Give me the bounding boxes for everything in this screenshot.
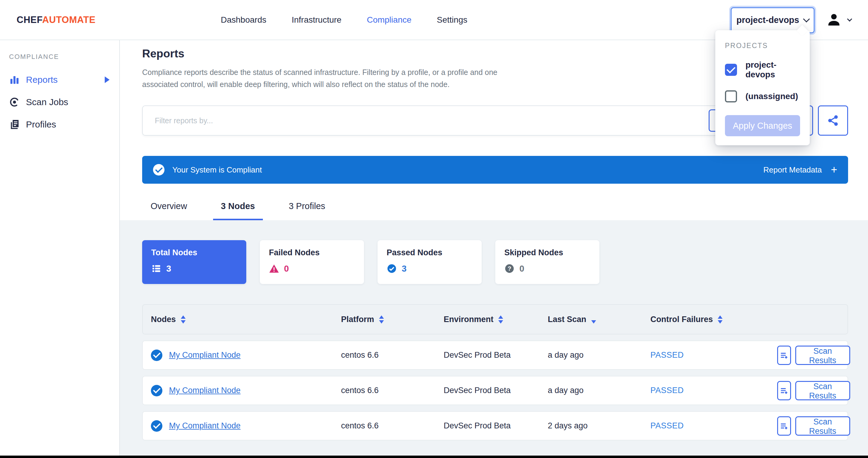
table-row: My Compliant Node centos 6.6 DevSec Prod…: [142, 411, 848, 440]
node-name-link[interactable]: My Compliant Node: [169, 350, 241, 360]
sidebar-item-label: Reports: [26, 75, 58, 85]
nodes-table-header: Nodes Platform Environment Last Scan: [142, 304, 848, 335]
stat-card-failed-nodes[interactable]: Failed Nodes 0: [260, 240, 364, 284]
stat-label: Failed Nodes: [269, 248, 355, 257]
bar-chart-icon: [9, 74, 20, 85]
stat-label: Skipped Nodes: [504, 248, 590, 257]
scan-results-button[interactable]: Scan Results: [795, 346, 850, 365]
tab-overview[interactable]: Overview: [143, 201, 195, 220]
primary-nav: Dashboards Infrastructure Compliance Set…: [221, 15, 467, 25]
share-icon: [827, 115, 839, 126]
add-to-filter-button[interactable]: [777, 416, 791, 436]
last-scan-cell: 2 days ago: [548, 421, 650, 430]
tab-profiles[interactable]: 3 Profiles: [281, 201, 333, 220]
passed-check-icon: [151, 420, 162, 432]
control-failures-status: PASSED: [650, 386, 777, 395]
node-name-cell: My Compliant Node: [151, 385, 341, 396]
passed-check-icon: [151, 385, 162, 396]
profiles-documents-icon: [9, 119, 20, 130]
page-description: Compliance reports describe the status o…: [142, 66, 517, 90]
project-option-label: project-devops: [745, 60, 800, 80]
sort-arrows-icon[interactable]: [498, 315, 503, 323]
row-actions: Scan Results: [777, 416, 850, 436]
column-header-nodes[interactable]: Nodes: [151, 315, 341, 324]
stat-card-skipped-nodes[interactable]: Skipped Nodes ? 0: [495, 240, 599, 284]
node-name-cell: My Compliant Node: [151, 349, 341, 361]
chef-automate-logo[interactable]: CHEFAUTOMATE: [17, 15, 95, 25]
compliance-status-banner: Your System is Compliant Report Metadata…: [142, 156, 848, 184]
project-option-unassigned[interactable]: (unassigned): [725, 90, 800, 103]
platform-cell: centos 6.6: [341, 350, 444, 360]
sidebar-item-scan-jobs[interactable]: Scan Jobs: [0, 91, 119, 113]
nav-item-settings[interactable]: Settings: [437, 15, 467, 25]
apply-changes-button[interactable]: Apply Changes: [725, 115, 800, 136]
report-tabs: Overview 3 Nodes 3 Profiles: [142, 201, 848, 220]
add-to-filter-button[interactable]: [777, 381, 791, 400]
node-stat-cards: Total Nodes 3 Failed Nodes 0 Passed Node…: [142, 240, 848, 284]
sidebar-item-reports[interactable]: Reports: [0, 68, 119, 91]
passed-check-icon: [151, 349, 162, 361]
column-header-environment[interactable]: Environment: [444, 315, 548, 324]
column-header-platform[interactable]: Platform: [341, 315, 444, 324]
project-option-project-devops[interactable]: project-devops: [725, 60, 800, 80]
row-actions: Scan Results: [777, 346, 850, 365]
nav-item-infrastructure[interactable]: Infrastructure: [291, 15, 341, 25]
stat-label: Passed Nodes: [386, 248, 473, 257]
share-report-button[interactable]: [818, 106, 848, 136]
user-avatar-icon: [826, 12, 842, 29]
node-list-icon: [151, 263, 161, 274]
sort-arrows-icon[interactable]: [379, 315, 384, 323]
sidebar-item-profiles[interactable]: Profiles: [0, 113, 119, 136]
environment-cell: DevSec Prod Beta: [444, 421, 548, 430]
list-add-icon: [779, 386, 789, 396]
column-header-control-failures[interactable]: Control Failures: [650, 315, 777, 324]
add-to-filter-button[interactable]: [777, 346, 791, 365]
checkbox-unchecked-icon[interactable]: [725, 90, 737, 103]
last-scan-cell: a day ago: [548, 386, 650, 395]
plus-icon: +: [831, 164, 837, 175]
control-failures-status: PASSED: [650, 350, 777, 360]
logo-chef-text: CHEF: [17, 15, 42, 25]
node-name-link[interactable]: My Compliant Node: [169, 386, 241, 395]
chevron-down-icon: [803, 16, 810, 22]
node-name-cell: My Compliant Node: [151, 420, 341, 432]
scan-results-button[interactable]: Scan Results: [795, 381, 850, 400]
chevron-right-icon: [105, 77, 110, 83]
project-filter-panel: PROJECTS project-devops (unassigned) App…: [715, 30, 810, 145]
column-label: Last Scan: [548, 315, 586, 324]
control-failures-status: PASSED: [650, 421, 777, 430]
sort-arrows-icon[interactable]: [181, 315, 186, 323]
checkbox-checked-icon[interactable]: [725, 64, 737, 76]
sort-desc-icon[interactable]: [591, 315, 596, 323]
question-circle-icon: ?: [504, 263, 515, 274]
table-row: My Compliant Node centos 6.6 DevSec Prod…: [142, 376, 848, 405]
filter-reports-input[interactable]: [142, 106, 778, 136]
nav-item-compliance[interactable]: Compliance: [367, 15, 411, 25]
tab-nodes[interactable]: 3 Nodes: [213, 201, 263, 220]
column-label: Nodes: [151, 315, 176, 324]
bottom-edge-bar: [0, 456, 868, 458]
nodes-table-body: My Compliant Node centos 6.6 DevSec Prod…: [142, 341, 848, 440]
stat-value: 0: [519, 264, 524, 274]
user-menu[interactable]: [826, 12, 851, 29]
table-row: My Compliant Node centos 6.6 DevSec Prod…: [142, 341, 848, 370]
sidebar-item-label: Profiles: [26, 119, 56, 130]
warning-triangle-icon: [269, 263, 279, 274]
stat-card-total-nodes[interactable]: Total Nodes 3: [142, 240, 246, 284]
node-name-link[interactable]: My Compliant Node: [169, 421, 241, 430]
check-circle-icon: [386, 263, 397, 274]
list-add-icon: [779, 421, 789, 431]
column-header-last-scan[interactable]: Last Scan: [548, 315, 650, 324]
nav-item-dashboards[interactable]: Dashboards: [221, 15, 266, 25]
projects-section-header: PROJECTS: [725, 42, 800, 50]
last-scan-cell: a day ago: [548, 350, 650, 360]
sort-arrows-icon[interactable]: [718, 315, 722, 323]
stat-card-passed-nodes[interactable]: Passed Nodes 3: [378, 240, 482, 284]
scan-results-button[interactable]: Scan Results: [795, 416, 850, 436]
selected-project-label: project-devops: [736, 15, 799, 25]
report-metadata-toggle[interactable]: Report Metadata +: [763, 164, 837, 175]
column-label: Control Failures: [650, 315, 713, 324]
environment-cell: DevSec Prod Beta: [444, 386, 548, 395]
check-circle-icon: [153, 164, 164, 175]
compliance-status-text: Your System is Compliant: [172, 165, 262, 175]
